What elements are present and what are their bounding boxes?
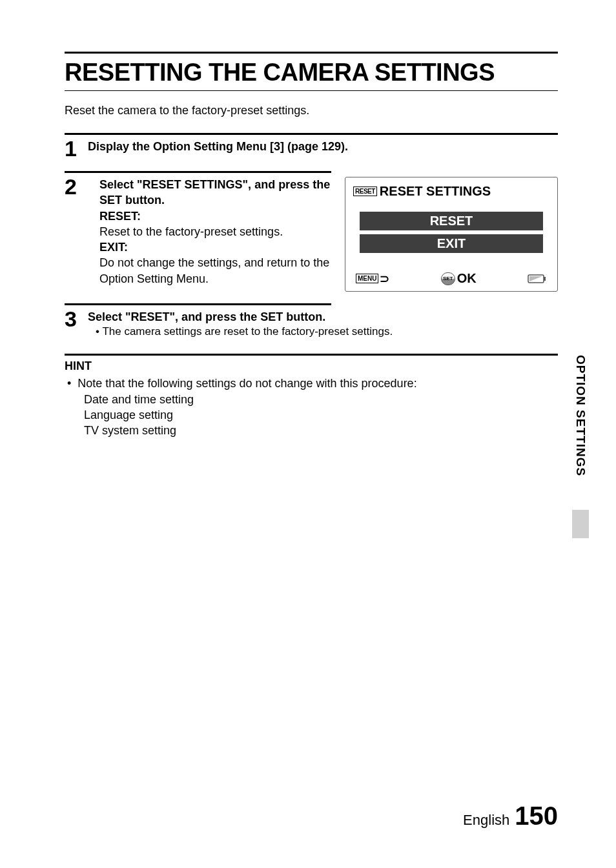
intro-text: Reset the camera to the factory-preset s… bbox=[65, 104, 558, 117]
step-instruction: Select "RESET", and press the SET button… bbox=[88, 309, 558, 325]
hint-item: Date and time setting bbox=[65, 392, 558, 407]
step-bullet: The camera settings are reset to the fac… bbox=[96, 325, 558, 339]
hint-label: HINT bbox=[65, 359, 558, 373]
page-title: RESETTING THE CAMERA SETTINGS bbox=[65, 59, 558, 86]
step-rule bbox=[65, 171, 331, 173]
step-rule bbox=[65, 303, 331, 305]
step-number: 1 bbox=[65, 137, 88, 159]
hint-item: TV system setting bbox=[65, 423, 558, 438]
def-label-reset: RESET: bbox=[99, 210, 141, 223]
step-rule bbox=[65, 133, 558, 135]
reset-icon: RESET bbox=[353, 187, 377, 196]
page-footer: English 150 bbox=[463, 802, 558, 831]
back-arrow-icon: ⊃ bbox=[380, 272, 389, 286]
title-rule-top bbox=[65, 52, 558, 54]
hint-body: Note that the following settings do not … bbox=[65, 376, 558, 438]
step-instruction: Display the Option Setting Menu [3] (pag… bbox=[88, 140, 348, 153]
hint-bullet: Note that the following settings do not … bbox=[65, 376, 558, 391]
menu-icon: MENU bbox=[356, 274, 378, 283]
hint-rule bbox=[65, 354, 558, 356]
step-2: 2 Select "RESET SETTINGS", and press the… bbox=[65, 177, 558, 292]
ok-label: OK bbox=[457, 271, 477, 286]
footer-language: English bbox=[463, 812, 509, 829]
def-text-reset: Reset to the factory-preset settings. bbox=[99, 224, 333, 239]
step-instruction: Select "RESET SETTINGS", and press the S… bbox=[99, 177, 333, 208]
step-1: 1 Display the Option Setting Menu [3] (p… bbox=[65, 139, 558, 159]
step-number: 3 bbox=[65, 308, 88, 330]
step-number: 2 bbox=[65, 176, 88, 197]
def-label-exit: EXIT: bbox=[99, 241, 128, 254]
side-tab: OPTION SETTINGS bbox=[573, 355, 588, 476]
step-3: 3 Select "RESET", and press the SET butt… bbox=[65, 309, 558, 339]
footer-page-number: 150 bbox=[515, 802, 558, 831]
camera-screen: RESET RESET SETTINGS RESET EXIT MENU ⊃ S… bbox=[345, 177, 558, 292]
svg-rect-1 bbox=[544, 277, 546, 281]
battery-icon bbox=[528, 274, 547, 284]
set-icon: SET bbox=[441, 272, 455, 285]
hint-item: Language setting bbox=[65, 407, 558, 423]
def-text-exit: Do not change the settings, and return t… bbox=[99, 255, 333, 287]
side-tab-highlight bbox=[572, 510, 589, 538]
screen-title: RESET SETTINGS bbox=[380, 184, 491, 199]
screen-option-exit: EXIT bbox=[360, 234, 543, 253]
title-rule-bottom bbox=[65, 90, 558, 91]
screen-option-reset: RESET bbox=[360, 212, 543, 230]
